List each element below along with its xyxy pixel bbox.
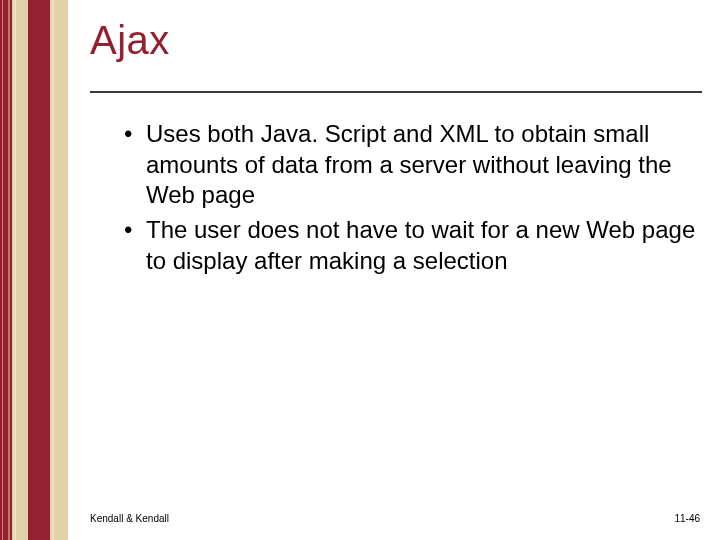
slide-sidebar-highlight: [52, 0, 54, 540]
bullet-item: The user does not have to wait for a new…: [124, 215, 702, 276]
slide-content: Ajax Uses both Java. Script and XML to o…: [68, 0, 720, 540]
slide-sidebar-highlight: [14, 0, 16, 540]
slide-title: Ajax: [90, 18, 702, 63]
bullet-item: Uses both Java. Script and XML to obtain…: [124, 119, 702, 211]
footer-author: Kendall & Kendall: [90, 513, 169, 524]
slide-sidebar: [12, 0, 68, 540]
slide-sidebar-accent: [28, 0, 50, 540]
footer-page-number: 11-46: [674, 513, 700, 524]
title-rule: [90, 91, 702, 93]
bullet-list: Uses both Java. Script and XML to obtain…: [90, 119, 702, 277]
slide-edge-strip: [0, 0, 12, 540]
